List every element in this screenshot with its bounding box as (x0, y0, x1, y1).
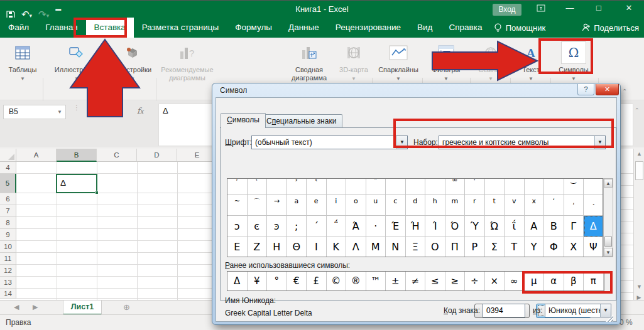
symbol-cell-x[interactable]: x (525, 195, 545, 216)
symbol-cell-˃[interactable]: ˃ (406, 178, 426, 195)
symbol-cell-ͼ[interactable]: ͼ (248, 216, 268, 237)
row-header-13[interactable]: 13 (0, 277, 16, 289)
from-select[interactable]: Юникод (шестн.)▼ (545, 304, 611, 317)
symbol-cell-~[interactable]: ~ (227, 195, 248, 216)
symbol-cell-e[interactable]: e (307, 195, 327, 216)
symbol-cell-ˉ[interactable]: ˉ (584, 178, 603, 195)
maximize-icon[interactable]: □ (589, 3, 608, 13)
row-header-8[interactable]: 8 (0, 217, 16, 229)
symbol-cell-c[interactable]: c (386, 195, 406, 216)
symbol-cell-d[interactable]: d (406, 195, 426, 216)
font-select[interactable]: (обычный текст)▼ (251, 136, 408, 149)
set-select[interactable]: греческие и коптские символы▼ (439, 136, 606, 149)
symbol-cell-Υ[interactable]: Υ (525, 237, 545, 258)
symbol-cell-o[interactable]: o (346, 195, 366, 216)
row-header-4[interactable]: 4 (0, 162, 16, 174)
symbol-cell-Ο[interactable]: Ο (425, 237, 445, 258)
symbol-cell-Θ[interactable]: Θ (287, 237, 307, 258)
illustrations-button[interactable]: Иллюстрации ▼ (48, 41, 106, 95)
symbol-grid[interactable]: ˒˓ˆ›‹⌒˟ˣ˂˃˄∞·˘ʻ˝ʼ‿ˉ~⌒→aeioucdhmrtvxʼ͵ˏͻͼ… (227, 178, 603, 257)
symbol-cell-Σ[interactable]: Σ (485, 237, 505, 258)
symbol-cell-˒[interactable]: ˒ (227, 178, 248, 195)
symbol-cell-t[interactable]: t (485, 195, 505, 216)
row-header-9[interactable]: 9 (0, 229, 16, 241)
column-header-B[interactable]: B (57, 149, 97, 162)
symbol-cell-Ρ[interactable]: Ρ (465, 237, 485, 258)
sign-in-button[interactable]: Вход (493, 4, 521, 16)
symbol-cell-Τ[interactable]: Τ (505, 237, 525, 258)
symbol-cell-Ε[interactable]: Ε (227, 237, 248, 258)
fill-handle[interactable] (95, 191, 99, 194)
symbol-cell-Ι[interactable]: Ι (307, 237, 327, 258)
recent-symbol-€[interactable]: € (287, 272, 307, 290)
name-box[interactable]: B5▼ (3, 105, 66, 119)
recent-symbol-±[interactable]: ± (386, 272, 406, 290)
symbol-cell-Φ[interactable]: Φ (544, 237, 564, 258)
scroll-thumb[interactable] (604, 237, 612, 247)
scroll-up-icon[interactable]: ▲ (604, 179, 613, 188)
vertical-scroll-thumb[interactable] (635, 161, 643, 180)
row-header-11[interactable]: 11 (0, 253, 16, 265)
recent-symbol-©[interactable]: © (327, 272, 347, 290)
symbol-cell-΅[interactable]: ΅ (327, 216, 347, 237)
scroll-up-icon[interactable]: ▲ (635, 151, 644, 157)
select-all-corner[interactable] (0, 149, 16, 162)
symbol-cell-Γ[interactable]: Γ (564, 216, 584, 237)
symbol-cell-Α[interactable]: Α (525, 216, 545, 237)
symbol-cell-͵[interactable]: ͵ (564, 195, 584, 216)
ribbon-tab-2[interactable]: Главная (37, 18, 85, 38)
symbol-cell-Ή[interactable]: Ή (406, 216, 426, 237)
row-header-5[interactable]: 5 (0, 174, 16, 193)
vertical-scrollbar[interactable]: ▲ ▼ (633, 149, 644, 292)
ribbon-tab-7[interactable]: Рецензирование (327, 18, 409, 38)
symbol-cell-ʼ[interactable]: ʼ (544, 178, 564, 195)
recent-symbol-×[interactable]: × (485, 272, 505, 290)
row-header-12[interactable]: 12 (0, 265, 16, 277)
row-header-6[interactable]: 6 (0, 193, 16, 205)
symbol-cell-·[interactable]: · (465, 178, 485, 195)
recent-symbol-µ[interactable]: µ (525, 272, 545, 290)
symbol-cell-ΐ[interactable]: ΐ (505, 216, 525, 237)
symbol-cell-ˣ[interactable]: ˣ (366, 178, 386, 195)
recent-symbol-®[interactable]: ® (346, 272, 366, 290)
symbol-cell-ʼ[interactable]: ʼ (544, 195, 564, 216)
ribbon-tab-6[interactable]: Данные (280, 18, 327, 38)
recent-symbol-¥[interactable]: ¥ (248, 272, 268, 290)
symbol-cell-⌒[interactable]: ⌒ (327, 178, 347, 195)
symbol-cell-˝[interactable]: ˝ (525, 178, 545, 195)
chevron-down-icon[interactable]: ▼ (594, 136, 605, 149)
symbol-cell-·[interactable]: · (366, 216, 386, 237)
symbol-cell-ˏ[interactable]: ˏ (584, 195, 603, 216)
symbol-cell-⌒[interactable]: ⌒ (248, 195, 268, 216)
symbol-cell-Ξ[interactable]: Ξ (406, 237, 426, 258)
chevron-down-icon[interactable]: ▼ (396, 136, 407, 149)
symbol-cell-Ά[interactable]: Ά (346, 216, 366, 237)
recent-symbol-π[interactable]: π (584, 272, 604, 290)
share-button[interactable]: Поделиться (582, 23, 639, 33)
row-header-10[interactable]: 10 (0, 241, 16, 253)
symbol-cell-→[interactable]: → (267, 195, 287, 216)
recent-symbol-α[interactable]: α (544, 272, 564, 290)
symbol-cell-Δ[interactable]: Δ (584, 216, 603, 237)
ribbon-tab-4[interactable]: Разметка страницы (134, 18, 227, 38)
tables-button[interactable]: Таблицы ▼ (4, 41, 41, 95)
symbol-cell-Ώ[interactable]: Ώ (485, 216, 505, 237)
char-code-input[interactable]: 0394 (483, 304, 525, 317)
collapse-formula-bar-icon[interactable]: ⌃ (635, 107, 640, 114)
dialog-help-button[interactable]: ? (577, 84, 594, 95)
sheet-prev-icon[interactable]: ◀ (14, 303, 19, 311)
symbol-cell-˓[interactable]: ˓ (248, 178, 268, 195)
symbol-cell-Έ[interactable]: Έ (386, 216, 406, 237)
symbol-cell-ͻ[interactable]: ͻ (227, 216, 248, 237)
symbol-cell-΄[interactable]: ΄ (307, 216, 327, 237)
symbol-cell-Ύ[interactable]: Ύ (465, 216, 485, 237)
symbol-cell-Ζ[interactable]: Ζ (248, 237, 268, 258)
symbol-cell-Λ[interactable]: Λ (346, 237, 366, 258)
recent-symbol-≥[interactable]: ≥ (445, 272, 466, 290)
ribbon-display-options-icon[interactable] (532, 3, 550, 12)
column-header-C[interactable]: C (97, 149, 137, 162)
recent-symbol-≠[interactable]: ≠ (406, 272, 426, 290)
assistant-button[interactable]: Помощник (494, 23, 546, 33)
symbol-cell-a[interactable]: a (287, 195, 307, 216)
recent-symbol-β[interactable]: β (564, 272, 584, 290)
